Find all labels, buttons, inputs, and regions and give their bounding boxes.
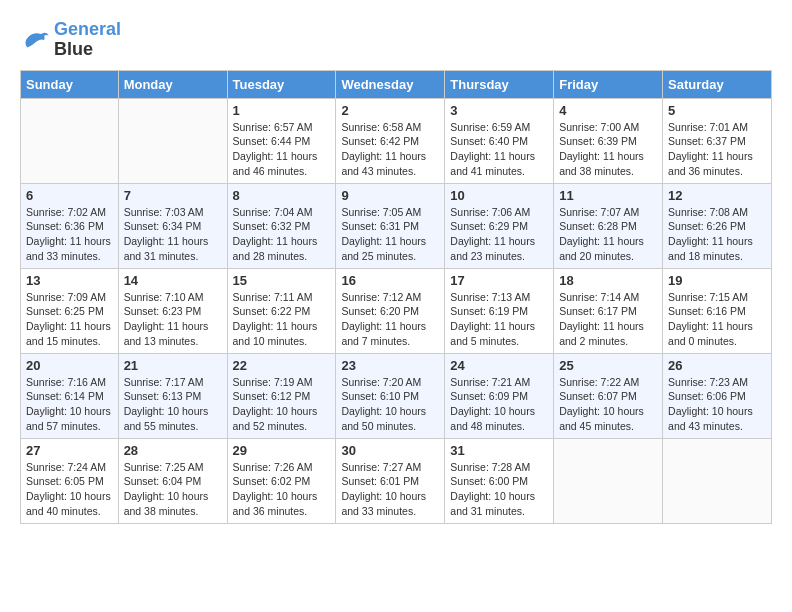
day-number: 9 [341, 188, 439, 203]
day-info: Sunrise: 7:16 AMSunset: 6:14 PMDaylight:… [26, 375, 113, 434]
day-cell: 15 Sunrise: 7:11 AMSunset: 6:22 PMDaylig… [227, 268, 336, 353]
day-number: 28 [124, 443, 222, 458]
week-row-0: 1 Sunrise: 6:57 AMSunset: 6:44 PMDayligh… [21, 98, 772, 183]
day-cell: 2 Sunrise: 6:58 AMSunset: 6:42 PMDayligh… [336, 98, 445, 183]
day-cell: 10 Sunrise: 7:06 AMSunset: 6:29 PMDaylig… [445, 183, 554, 268]
week-row-4: 27 Sunrise: 7:24 AMSunset: 6:05 PMDaylig… [21, 438, 772, 523]
day-info: Sunrise: 7:03 AMSunset: 6:34 PMDaylight:… [124, 205, 222, 264]
header-sunday: Sunday [21, 70, 119, 98]
day-number: 8 [233, 188, 331, 203]
day-info: Sunrise: 7:01 AMSunset: 6:37 PMDaylight:… [668, 120, 766, 179]
day-info: Sunrise: 7:21 AMSunset: 6:09 PMDaylight:… [450, 375, 548, 434]
day-number: 21 [124, 358, 222, 373]
logo-icon [20, 25, 50, 55]
day-info: Sunrise: 6:59 AMSunset: 6:40 PMDaylight:… [450, 120, 548, 179]
day-number: 4 [559, 103, 657, 118]
day-number: 10 [450, 188, 548, 203]
day-number: 20 [26, 358, 113, 373]
day-number: 14 [124, 273, 222, 288]
day-cell: 6 Sunrise: 7:02 AMSunset: 6:36 PMDayligh… [21, 183, 119, 268]
header-monday: Monday [118, 70, 227, 98]
day-number: 11 [559, 188, 657, 203]
day-number: 25 [559, 358, 657, 373]
day-info: Sunrise: 7:23 AMSunset: 6:06 PMDaylight:… [668, 375, 766, 434]
day-cell: 20 Sunrise: 7:16 AMSunset: 6:14 PMDaylig… [21, 353, 119, 438]
header-saturday: Saturday [663, 70, 772, 98]
logo: GeneralBlue [20, 20, 121, 60]
day-number: 27 [26, 443, 113, 458]
day-cell: 11 Sunrise: 7:07 AMSunset: 6:28 PMDaylig… [554, 183, 663, 268]
day-cell: 12 Sunrise: 7:08 AMSunset: 6:26 PMDaylig… [663, 183, 772, 268]
day-info: Sunrise: 7:20 AMSunset: 6:10 PMDaylight:… [341, 375, 439, 434]
day-info: Sunrise: 7:13 AMSunset: 6:19 PMDaylight:… [450, 290, 548, 349]
day-cell: 30 Sunrise: 7:27 AMSunset: 6:01 PMDaylig… [336, 438, 445, 523]
day-info: Sunrise: 7:15 AMSunset: 6:16 PMDaylight:… [668, 290, 766, 349]
day-info: Sunrise: 7:02 AMSunset: 6:36 PMDaylight:… [26, 205, 113, 264]
day-info: Sunrise: 7:12 AMSunset: 6:20 PMDaylight:… [341, 290, 439, 349]
day-number: 30 [341, 443, 439, 458]
day-cell [663, 438, 772, 523]
day-info: Sunrise: 7:04 AMSunset: 6:32 PMDaylight:… [233, 205, 331, 264]
day-cell: 14 Sunrise: 7:10 AMSunset: 6:23 PMDaylig… [118, 268, 227, 353]
day-info: Sunrise: 7:24 AMSunset: 6:05 PMDaylight:… [26, 460, 113, 519]
logo-text: GeneralBlue [54, 20, 121, 60]
day-info: Sunrise: 7:00 AMSunset: 6:39 PMDaylight:… [559, 120, 657, 179]
day-number: 29 [233, 443, 331, 458]
day-info: Sunrise: 7:11 AMSunset: 6:22 PMDaylight:… [233, 290, 331, 349]
day-cell: 21 Sunrise: 7:17 AMSunset: 6:13 PMDaylig… [118, 353, 227, 438]
day-info: Sunrise: 7:26 AMSunset: 6:02 PMDaylight:… [233, 460, 331, 519]
day-cell: 22 Sunrise: 7:19 AMSunset: 6:12 PMDaylig… [227, 353, 336, 438]
day-number: 6 [26, 188, 113, 203]
header-row: SundayMondayTuesdayWednesdayThursdayFrid… [21, 70, 772, 98]
day-info: Sunrise: 7:07 AMSunset: 6:28 PMDaylight:… [559, 205, 657, 264]
day-number: 23 [341, 358, 439, 373]
day-info: Sunrise: 7:09 AMSunset: 6:25 PMDaylight:… [26, 290, 113, 349]
day-number: 18 [559, 273, 657, 288]
header-wednesday: Wednesday [336, 70, 445, 98]
day-cell: 31 Sunrise: 7:28 AMSunset: 6:00 PMDaylig… [445, 438, 554, 523]
day-number: 13 [26, 273, 113, 288]
week-row-2: 13 Sunrise: 7:09 AMSunset: 6:25 PMDaylig… [21, 268, 772, 353]
day-cell: 27 Sunrise: 7:24 AMSunset: 6:05 PMDaylig… [21, 438, 119, 523]
day-cell [118, 98, 227, 183]
day-cell: 8 Sunrise: 7:04 AMSunset: 6:32 PMDayligh… [227, 183, 336, 268]
day-number: 16 [341, 273, 439, 288]
day-cell: 29 Sunrise: 7:26 AMSunset: 6:02 PMDaylig… [227, 438, 336, 523]
day-cell: 28 Sunrise: 7:25 AMSunset: 6:04 PMDaylig… [118, 438, 227, 523]
day-info: Sunrise: 7:22 AMSunset: 6:07 PMDaylight:… [559, 375, 657, 434]
day-cell: 24 Sunrise: 7:21 AMSunset: 6:09 PMDaylig… [445, 353, 554, 438]
calendar-table: SundayMondayTuesdayWednesdayThursdayFrid… [20, 70, 772, 524]
day-info: Sunrise: 7:14 AMSunset: 6:17 PMDaylight:… [559, 290, 657, 349]
day-cell: 3 Sunrise: 6:59 AMSunset: 6:40 PMDayligh… [445, 98, 554, 183]
day-number: 24 [450, 358, 548, 373]
day-cell: 19 Sunrise: 7:15 AMSunset: 6:16 PMDaylig… [663, 268, 772, 353]
day-number: 26 [668, 358, 766, 373]
day-number: 15 [233, 273, 331, 288]
day-info: Sunrise: 7:27 AMSunset: 6:01 PMDaylight:… [341, 460, 439, 519]
week-row-3: 20 Sunrise: 7:16 AMSunset: 6:14 PMDaylig… [21, 353, 772, 438]
page-header: GeneralBlue [20, 20, 772, 60]
day-number: 31 [450, 443, 548, 458]
day-cell: 25 Sunrise: 7:22 AMSunset: 6:07 PMDaylig… [554, 353, 663, 438]
day-info: Sunrise: 7:06 AMSunset: 6:29 PMDaylight:… [450, 205, 548, 264]
day-info: Sunrise: 7:17 AMSunset: 6:13 PMDaylight:… [124, 375, 222, 434]
day-number: 1 [233, 103, 331, 118]
day-info: Sunrise: 6:57 AMSunset: 6:44 PMDaylight:… [233, 120, 331, 179]
day-cell: 23 Sunrise: 7:20 AMSunset: 6:10 PMDaylig… [336, 353, 445, 438]
day-number: 22 [233, 358, 331, 373]
day-number: 7 [124, 188, 222, 203]
day-cell [21, 98, 119, 183]
day-number: 3 [450, 103, 548, 118]
day-cell: 16 Sunrise: 7:12 AMSunset: 6:20 PMDaylig… [336, 268, 445, 353]
day-number: 5 [668, 103, 766, 118]
day-info: Sunrise: 7:28 AMSunset: 6:00 PMDaylight:… [450, 460, 548, 519]
day-cell: 7 Sunrise: 7:03 AMSunset: 6:34 PMDayligh… [118, 183, 227, 268]
day-cell: 9 Sunrise: 7:05 AMSunset: 6:31 PMDayligh… [336, 183, 445, 268]
header-friday: Friday [554, 70, 663, 98]
day-info: Sunrise: 7:08 AMSunset: 6:26 PMDaylight:… [668, 205, 766, 264]
day-number: 17 [450, 273, 548, 288]
day-cell: 13 Sunrise: 7:09 AMSunset: 6:25 PMDaylig… [21, 268, 119, 353]
day-cell: 18 Sunrise: 7:14 AMSunset: 6:17 PMDaylig… [554, 268, 663, 353]
day-cell: 26 Sunrise: 7:23 AMSunset: 6:06 PMDaylig… [663, 353, 772, 438]
day-cell: 17 Sunrise: 7:13 AMSunset: 6:19 PMDaylig… [445, 268, 554, 353]
